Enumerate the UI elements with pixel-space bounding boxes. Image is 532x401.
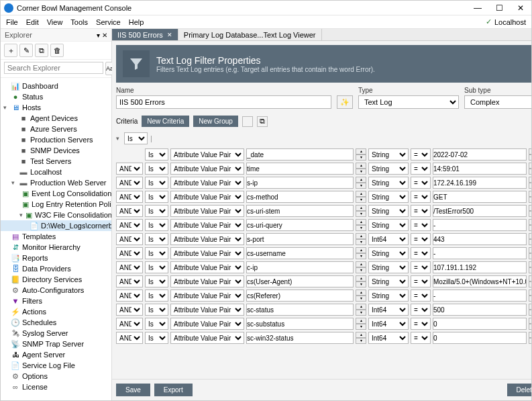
field-input[interactable] [246,318,354,330]
tree-item[interactable]: ▼Filters [1,296,111,306]
field-spin[interactable]: ▴▾ [356,261,366,273]
operator-select[interactable]: = [411,275,431,287]
field-input[interactable] [246,233,354,245]
save-button[interactable]: Save [116,384,150,396]
operator-select[interactable]: = [411,191,431,203]
rule-select[interactable]: Attribute Value Pair [170,261,244,273]
datatype-select[interactable]: String [368,275,409,287]
explorer-tree[interactable]: 📊Dashboard●Status▾🖥Hosts■Agent Devices■A… [1,78,111,400]
datatype-select[interactable]: String [368,205,409,217]
value-spin[interactable]: ▴▾ [529,275,532,287]
close-window-button[interactable]: ✕ [510,1,531,15]
operator-select[interactable]: = [411,332,431,344]
is-select[interactable]: Is [145,219,168,231]
and-select[interactable]: AND [116,191,143,203]
magic-wand-button[interactable]: ✨ [337,95,353,109]
is-select[interactable]: Is [145,289,168,302]
datatype-select[interactable]: String [368,247,409,259]
datatype-select[interactable]: String [368,191,409,203]
is-select[interactable]: Is [145,191,168,203]
type-select[interactable]: Text Log [358,95,459,109]
field-spin[interactable]: ▴▾ [356,275,366,287]
add-button[interactable]: ＋ [4,44,17,57]
value-input[interactable] [433,304,527,316]
value-input[interactable] [433,318,527,330]
field-spin[interactable]: ▴▾ [356,233,366,245]
value-spin[interactable]: ▴▾ [529,332,532,344]
value-spin[interactable]: ▴▾ [529,219,532,231]
and-select[interactable]: AND [116,261,143,273]
tree-item[interactable]: ▾▬Production Web Server [1,177,111,188]
field-spin[interactable]: ▴▾ [356,148,366,161]
rule-select[interactable]: Attribute Value Pair [170,304,244,316]
rule-select[interactable]: Attribute Value Pair [170,233,244,245]
value-input[interactable] [433,247,527,259]
and-select[interactable]: AND [116,304,143,316]
and-select[interactable]: AND [116,247,143,259]
value-input[interactable] [433,191,527,203]
field-spin[interactable]: ▴▾ [356,318,366,330]
is-select[interactable]: Is [145,247,168,259]
value-spin[interactable]: ▴▾ [529,177,532,189]
datatype-select[interactable]: Int64 [368,233,409,245]
is-select[interactable]: Is [145,304,168,316]
tree-item[interactable]: ▣Event Log Consolidation [1,188,111,199]
tree-item[interactable]: ⚙Options [1,371,111,382]
delete-button[interactable]: 🗑 [50,44,64,57]
field-input[interactable] [246,191,354,203]
tree-item[interactable]: ▾▣W3C File Consolidation (MyIISWebSiteLo… [1,210,111,220]
value-input[interactable] [433,219,527,231]
value-input[interactable] [433,289,527,302]
edit-button[interactable]: ✎ [19,44,33,57]
copy-button[interactable]: ⧉ [35,44,48,57]
value-spin[interactable]: ▴▾ [529,163,532,175]
group-is-select[interactable]: Is [124,132,148,144]
operator-select[interactable]: = [411,247,431,259]
tree-item[interactable]: ■Test Servers [1,156,111,167]
rule-select[interactable]: Attribute Value Pair [170,289,244,302]
operator-select[interactable]: = [411,233,431,245]
datatype-select[interactable]: String [368,177,409,189]
is-select[interactable]: Is [145,318,168,330]
value-spin[interactable]: ▴▾ [529,289,532,302]
field-spin[interactable]: ▴▾ [356,191,366,203]
tree-item[interactable]: 📄D:\Web_Logs\cornerbowlsoftware_com [1,220,111,231]
value-input[interactable] [433,205,527,217]
tree-item[interactable]: ⇵Monitor Hierarchy [1,242,111,253]
menu-tools[interactable]: Tools [70,18,88,26]
datatype-select[interactable]: String [368,163,409,175]
field-input[interactable] [246,148,354,161]
tree-item[interactable]: ▤Templates [1,231,111,242]
tree-item[interactable]: ▾🖥Hosts [1,102,111,113]
tree-item[interactable]: 📡SNMP Trap Server [1,339,111,349]
and-select[interactable]: AND [116,205,143,217]
value-spin[interactable]: ▴▾ [529,233,532,245]
rule-select[interactable]: Attribute Value Pair [170,318,244,330]
rule-select[interactable]: Attribute Value Pair [170,275,244,287]
operator-select[interactable]: = [411,163,431,175]
datatype-select[interactable]: Int64 [368,332,409,344]
value-spin[interactable]: ▴▾ [529,261,532,273]
tree-item[interactable]: ∞License [1,382,111,392]
menu-service[interactable]: Service [96,18,121,26]
is-select[interactable]: Is [145,205,168,217]
tree-caret-icon[interactable]: ▾ [11,179,17,186]
operator-select[interactable]: = [411,219,431,231]
datatype-select[interactable]: String [368,289,409,302]
field-spin[interactable]: ▴▾ [356,219,366,231]
value-spin[interactable]: ▴▾ [529,318,532,330]
value-input[interactable] [433,148,527,161]
tree-item[interactable]: 📊Dashboard [1,81,111,91]
tab-iis-500-errors[interactable]: IIS 500 Errors ✕ [112,29,178,40]
value-spin[interactable]: ▴▾ [529,247,532,259]
collapse-caret-icon[interactable]: ▾ [116,135,121,142]
operator-select[interactable]: = [411,289,431,302]
field-input[interactable] [246,304,354,316]
field-spin[interactable]: ▴▾ [356,289,366,302]
rule-select[interactable]: Attribute Value Pair [170,191,244,203]
datatype-select[interactable]: String [368,261,409,273]
menu-view[interactable]: View [47,18,63,26]
tree-item[interactable]: ▣Log Entry Retention Policy [1,199,111,210]
tree-item[interactable]: 🖧Agent Server [1,349,111,360]
value-input[interactable] [433,261,527,273]
